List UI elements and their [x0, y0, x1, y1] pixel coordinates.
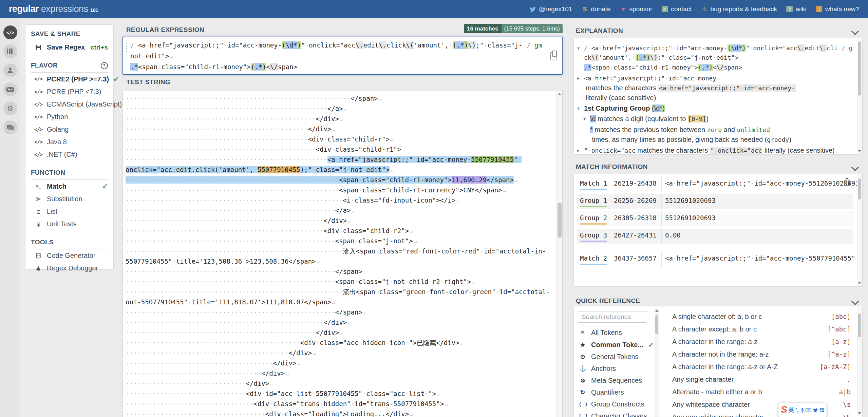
reference-category-quantifiers[interactable]: ↻Quantifiers [578, 386, 655, 398]
reference-category-general-tokens[interactable]: ⊙General Tokens [578, 351, 655, 363]
brand-logo[interactable]: regular expressions 101 [9, 4, 98, 14]
save-regex-button[interactable]: Save Regex ctrl+s [31, 41, 108, 54]
nav-link-whats-new[interactable]: whats new? [816, 5, 859, 13]
reference-scrollbar[interactable] [857, 307, 862, 416]
match-info-scrollbar[interactable] [857, 174, 862, 286]
collapse-arrow-icon[interactable]: ▾ [577, 43, 580, 53]
ime-language-toggle[interactable]: 英 [788, 406, 794, 414]
tool-item-code-generator[interactable]: <>Code Generator [31, 249, 108, 262]
flavor-item-python[interactable]: </>Python [31, 111, 108, 123]
library-rail-button[interactable] [3, 44, 17, 58]
match-label[interactable]: Match 1 [580, 178, 607, 190]
reference-category-character-classes[interactable]: [ ]Character Classes [578, 410, 655, 417]
account-rail-button[interactable] [3, 63, 17, 77]
flavor-item-net-c[interactable]: </>.NET (C#) [31, 148, 108, 161]
scroll-down-icon[interactable] [858, 282, 861, 284]
scrollbar-thumb[interactable] [655, 315, 658, 334]
code-segment: );" [300, 166, 312, 173]
toolbox-icon[interactable] [819, 408, 824, 413]
settings-rail-button[interactable]: ⚙ [3, 101, 17, 115]
function-item-match[interactable]: >_Match✓ [31, 180, 108, 193]
test-string-content[interactable]: ········································… [126, 93, 555, 417]
match-label[interactable]: Group 2 [580, 213, 607, 225]
nav-link-sponsor[interactable]: ♥sponsor [620, 5, 653, 13]
explanation-row[interactable]: ▸"·onclick="acc matches the characters "… [577, 146, 852, 155]
playground-rail-button[interactable] [3, 82, 17, 96]
test-string-scrollbar[interactable] [556, 91, 562, 417]
reference-category-group-constructs[interactable]: ( )Group Constructs [578, 398, 655, 410]
scrollbar-thumb[interactable] [858, 178, 861, 200]
function-item-substitution[interactable]: Substitution [31, 193, 108, 205]
function-item-unit-tests[interactable]: Unit Tests [31, 218, 108, 230]
code-segment: · [305, 41, 309, 49]
reference-entry-a-character-in-the-range-a-z-or-a-z[interactable]: A character in the range: a-z or A-Z[a-z… [672, 361, 851, 373]
reference-entry-any-single-character[interactable]: Any single character. [672, 373, 851, 386]
explanation-row[interactable]: ▾1st Capturing Group (\d*) [577, 103, 852, 113]
reference-category-common-toke[interactable]: ★Common Toke...✓ [578, 339, 655, 351]
feedback-rail-button[interactable] [3, 120, 17, 134]
test-string-editor[interactable]: ········································… [122, 91, 563, 417]
nav-link-contact[interactable]: ✓contact [661, 5, 692, 13]
regex-pattern[interactable]: / <a·href="javascript:;"·id="acc-money-(… [130, 40, 540, 72]
keyboard-icon[interactable] [806, 408, 811, 412]
collapse-arrow-icon[interactable]: ▾ [577, 103, 580, 113]
nav-link-bug-reports-feedback[interactable]: ⚠bug reports & feedback [701, 5, 777, 13]
reference-category-anchors[interactable]: ⚓Anchors [578, 363, 655, 375]
reference-entry-a-character-in-the-range-a-z[interactable]: A character in the range: a-z[a-z] [672, 336, 851, 348]
collapse-quick-reference-icon[interactable] [851, 298, 859, 305]
scroll-down-icon[interactable] [858, 150, 861, 152]
nav-link-wiki[interactable]: ?wiki [786, 5, 807, 13]
flavor-item-golang[interactable]: </>Golang [31, 123, 108, 136]
reference-category-all-tokens[interactable]: ≡All Tokens [578, 327, 655, 339]
reference-entry-alternate-match-either-a-or-b[interactable]: Alternate - match either a or ba|b [672, 386, 851, 398]
code-segment: "·onclick="acc [584, 147, 636, 154]
export-matches-icon[interactable] [843, 177, 851, 188]
match-label[interactable]: Match 2 [580, 253, 607, 265]
collapse-match-info-icon[interactable] [851, 164, 859, 171]
sogou-logo[interactable]: S [781, 405, 787, 414]
explanation-row[interactable]: ▸<a·href="javascript:;"·id="acc-money- m… [577, 73, 852, 102]
match-label[interactable]: Group 3 [580, 230, 607, 242]
scroll-down-icon[interactable] [858, 412, 861, 415]
explanation-row[interactable]: ▾/ <a·href="javascript:;"·id="acc-money-… [577, 43, 852, 72]
flavor-item-ecmascript-javascript[interactable]: </>ECMAScript (JavaScript) [31, 98, 108, 111]
category-scrollbar[interactable] [655, 308, 659, 417]
scrollbar-thumb[interactable] [858, 41, 861, 96]
skin-icon[interactable] [813, 408, 818, 413]
regex-flags[interactable]: / gm [527, 40, 542, 51]
flavor-item-pcre2-php-7-3[interactable]: </>PCRE2 (PHP >=7.3)✓ [31, 73, 108, 86]
explanation-row[interactable]: ▾\d matches a digit (equivalent to [0-9]… [583, 114, 852, 124]
scrollbar-thumb[interactable] [558, 203, 562, 238]
function-item-list[interactable]: ≡List [31, 205, 108, 218]
expand-arrow-icon[interactable]: ▸ [577, 146, 580, 155]
code-segment: href="javascript:;" [677, 254, 750, 262]
scroll-up-icon[interactable] [655, 309, 659, 312]
drag-handle-icon[interactable] [126, 43, 127, 52]
expand-arrow-icon[interactable]: ▸ [577, 73, 580, 83]
explanation-row[interactable]: * matches the previous token between zer… [589, 125, 852, 145]
search-input[interactable] [578, 311, 647, 323]
code-segment: <div·class="child-r"> [308, 135, 390, 143]
ime-punctuation-toggle[interactable]: ’, [795, 407, 798, 414]
reference-entry-a-character-except-a-b-or-c[interactable]: A character except: a, b or c[^abc] [672, 323, 851, 336]
regex-input[interactable]: / <a·href="javascript:;"·id="acc-money-(… [122, 37, 563, 75]
reference-category-meta-sequences[interactable]: ⊗Meta Sequences [578, 375, 655, 386]
regex-editor-rail-button[interactable]: </> [3, 25, 17, 39]
tool-item-regex-debugger[interactable]: Regex Debugger [31, 262, 108, 274]
collapse-explanation-icon[interactable] [851, 27, 859, 35]
flavor-item-java-8[interactable]: </>Java 8 [31, 136, 108, 148]
nav-link-regex101[interactable]: @regex101 [529, 5, 572, 13]
flavor-item-pcre-php-7-3[interactable]: </>PCRE (PHP <7.3) [31, 86, 108, 98]
explanation-scrollbar[interactable] [857, 39, 862, 154]
code-segment: </div> [308, 125, 332, 133]
match-label[interactable]: Group 1 [580, 196, 607, 207]
nav-link-donate[interactable]: $donate [582, 5, 611, 13]
collapse-arrow-icon[interactable]: ▾ [583, 114, 586, 124]
microphone-icon[interactable] [800, 407, 805, 413]
flavor-help-icon[interactable]: ? [101, 62, 108, 69]
reference-entry-a-character-not-in-the-range-a-z[interactable]: A character not in the range: a-z[^a-z] [672, 348, 851, 361]
copy-icon[interactable] [550, 52, 557, 60]
reference-entry-a-single-character-of-a-b-or-c[interactable]: A single character of: a, b or c[abc] [672, 310, 851, 323]
scroll-up-icon[interactable] [558, 93, 561, 95]
scrollbar-thumb[interactable] [858, 314, 861, 337]
